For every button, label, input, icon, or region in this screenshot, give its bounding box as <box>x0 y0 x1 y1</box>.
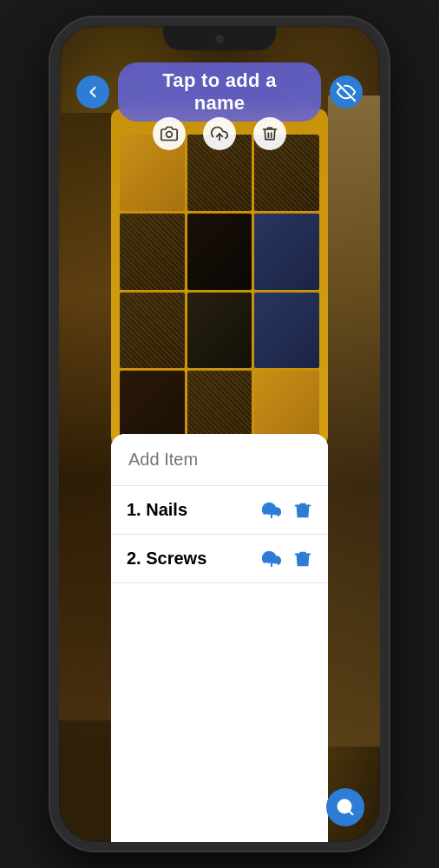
camera-button[interactable] <box>153 117 186 150</box>
item-1-name: 1. Nails <box>127 500 187 520</box>
search-icon <box>336 798 355 817</box>
upload-button[interactable] <box>203 117 236 150</box>
camera-toolbar <box>153 117 286 150</box>
list-item: 1. Nails <box>111 486 328 535</box>
phone-frame: Tap to add a name <box>50 17 389 851</box>
org-cell-9 <box>254 293 319 369</box>
org-cell-6 <box>254 214 319 290</box>
org-cell-7 <box>120 293 185 369</box>
home-indicator <box>167 831 272 835</box>
bg-right-detail <box>328 95 380 746</box>
svg-line-6 <box>349 811 352 814</box>
camera-view <box>111 108 328 447</box>
item-1-upload-button[interactable] <box>262 501 281 520</box>
org-cell-5 <box>187 214 252 290</box>
title-pill[interactable]: Tap to add a name <box>118 62 321 122</box>
bg-left-detail <box>59 113 111 720</box>
upload-item-2-icon <box>262 549 281 569</box>
screen: Tap to add a name <box>59 26 380 842</box>
trash-icon <box>261 125 278 142</box>
list-item: 2. Screws <box>111 535 328 583</box>
bottom-panel: 1. Nails <box>111 434 328 842</box>
item-2-actions <box>262 549 312 569</box>
org-cell-4 <box>120 214 185 290</box>
upload-icon <box>211 125 228 142</box>
items-list: 1. Nails <box>111 486 328 583</box>
eye-slash-icon <box>337 82 356 102</box>
back-button[interactable] <box>76 76 109 108</box>
camera-icon <box>161 125 178 142</box>
eye-slash-button[interactable] <box>330 76 363 108</box>
camera-inner <box>111 108 328 447</box>
item-1-actions <box>262 501 312 520</box>
trash-item-2-icon <box>293 549 312 569</box>
item-2-name: 2. Screws <box>127 549 206 569</box>
item-1-delete-button[interactable] <box>293 501 312 520</box>
delete-photo-button[interactable] <box>253 117 286 150</box>
item-2-delete-button[interactable] <box>293 549 312 569</box>
header-bar: Tap to add a name <box>59 50 380 122</box>
page-title: Tap to add a name <box>162 69 277 114</box>
search-fab-button[interactable] <box>326 788 364 826</box>
org-cell-8 <box>187 293 252 369</box>
item-2-upload-button[interactable] <box>262 549 281 569</box>
add-item-input[interactable] <box>111 434 328 486</box>
svg-point-1 <box>167 132 173 138</box>
trash-item-icon <box>293 501 312 520</box>
organizer-grid <box>120 135 319 447</box>
upload-item-icon <box>262 501 281 520</box>
